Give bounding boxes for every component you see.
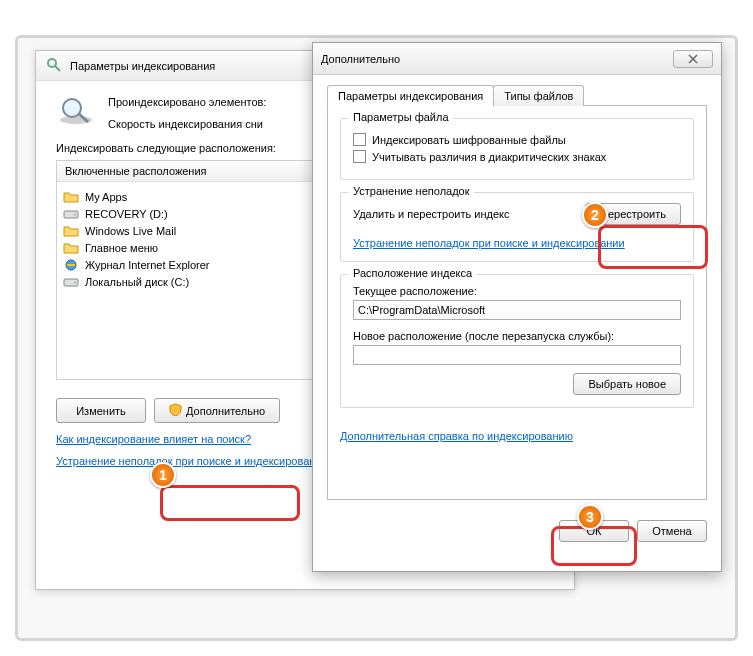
svg-point-0 — [48, 59, 56, 67]
svg-point-3 — [63, 99, 81, 117]
file-params-fieldset: Параметры файла Индексировать шифрованны… — [340, 118, 694, 180]
indexed-count-label: Проиндексировано элементов: — [108, 96, 266, 108]
help-link-troubleshoot[interactable]: Устранение неполадок при поиске и индекс… — [56, 455, 328, 467]
close-icon[interactable] — [673, 50, 713, 68]
troubleshoot-fieldset: Устранение неполадок Удалить и перестрои… — [340, 192, 694, 262]
tab-panel: Параметры файла Индексировать шифрованны… — [327, 105, 707, 500]
main-title-text: Параметры индексирования — [70, 60, 215, 72]
list-item-label: Журнал Internet Explorer — [85, 259, 210, 271]
troubleshoot-link[interactable]: Устранение неполадок при поиске и индекс… — [353, 237, 625, 249]
folder-icon — [63, 224, 79, 237]
choose-new-button[interactable]: Выбрать новое — [573, 373, 681, 395]
list-item-label: Windows Live Mail — [85, 225, 176, 237]
large-magnifier-icon — [56, 96, 96, 126]
svg-point-6 — [74, 214, 76, 216]
cancel-button[interactable]: Отмена — [637, 520, 707, 542]
encrypted-label: Индексировать шифрованные файлы — [372, 134, 566, 146]
svg-point-9 — [74, 282, 76, 284]
current-location-label: Текущее расположение: — [353, 285, 681, 297]
advanced-help-link[interactable]: Дополнительная справка по индексированию — [340, 430, 573, 442]
advanced-titlebar: Дополнительно — [313, 43, 721, 75]
magnifier-icon — [46, 57, 62, 75]
indexing-speed-label: Скорость индексирования сни — [108, 118, 266, 130]
encrypted-checkbox[interactable] — [353, 133, 366, 146]
list-item-label: My Apps — [85, 191, 127, 203]
troubleshoot-legend: Устранение неполадок — [349, 185, 474, 197]
callout-3-badge: 3 — [577, 504, 603, 530]
drive-icon — [63, 275, 79, 288]
help-link-search[interactable]: Как индексирование влияет на поиск? — [56, 433, 251, 445]
diacritics-checkbox[interactable] — [353, 150, 366, 163]
svg-line-1 — [55, 66, 60, 71]
index-location-legend: Расположение индекса — [349, 267, 476, 279]
new-location-input[interactable] — [353, 345, 681, 365]
folder-icon — [63, 241, 79, 254]
list-item-label: Локальный диск (C:) — [85, 276, 189, 288]
advanced-button[interactable]: Дополнительно — [154, 398, 280, 423]
shield-icon — [169, 403, 182, 418]
list-item-label: RECOVERY (D:) — [85, 208, 168, 220]
rebuild-text: Удалить и перестроить индекс — [353, 208, 510, 220]
modify-button[interactable]: Изменить — [56, 398, 146, 423]
folder-icon — [63, 190, 79, 203]
tab-indexing-params[interactable]: Параметры индексирования — [327, 85, 494, 107]
new-location-label: Новое расположение (после перезапуска сл… — [353, 330, 681, 342]
current-location-input — [353, 300, 681, 320]
diacritics-label: Учитывать различия в диакритических знак… — [372, 151, 606, 163]
advanced-title-text: Дополнительно — [321, 53, 400, 65]
advanced-dialog: Дополнительно Параметры индексирования Т… — [312, 42, 722, 572]
file-params-legend: Параметры файла — [349, 111, 453, 123]
list-item-label: Главное меню — [85, 242, 158, 254]
callout-1-badge: 1 — [150, 462, 176, 488]
callout-2-badge: 2 — [582, 202, 608, 228]
index-location-fieldset: Расположение индекса Текущее расположени… — [340, 274, 694, 408]
tab-strip: Параметры индексирования Типы файлов — [327, 85, 707, 106]
drive-icon — [63, 207, 79, 220]
tab-file-types[interactable]: Типы файлов — [493, 85, 584, 106]
ie-icon — [63, 258, 79, 271]
advanced-button-label: Дополнительно — [186, 405, 265, 417]
